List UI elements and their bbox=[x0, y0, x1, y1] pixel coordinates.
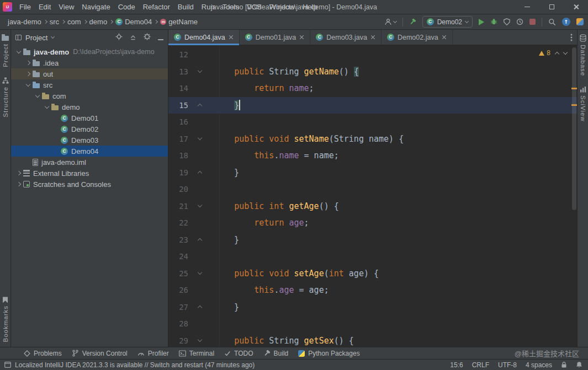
tree-item-scratches-and-consoles[interactable]: Scratches and Consoles bbox=[11, 179, 168, 190]
tree-item-com[interactable]: com bbox=[11, 90, 168, 101]
minimize-button[interactable] bbox=[515, 0, 539, 14]
code-line-29[interactable]: 29 public String getSex() { bbox=[168, 333, 577, 347]
tool-window-button-project[interactable]: Project bbox=[2, 34, 9, 67]
tool-window-button-bookmarks[interactable]: Bookmarks bbox=[2, 297, 9, 342]
breadcrumb-item-getname[interactable]: mgetName bbox=[159, 18, 199, 26]
fold-region-icon[interactable] bbox=[198, 270, 202, 275]
tree-item-java-demo[interactable]: java-demoD:\IdeaProjects\java-demo bbox=[11, 46, 168, 57]
encoding-widget[interactable]: UTF-8 bbox=[498, 361, 517, 369]
code-line-17[interactable]: 17 public void setName(String name) { bbox=[168, 131, 577, 148]
fold-region-icon[interactable] bbox=[198, 136, 202, 140]
line-number[interactable]: 18 bbox=[168, 151, 190, 160]
code-line-13[interactable]: 13 public String getName() { bbox=[168, 63, 577, 81]
collapse-all-button[interactable] bbox=[130, 34, 136, 42]
editor[interactable]: 1213 public String getName() {14 return … bbox=[168, 45, 577, 347]
tool-window-button-structure[interactable]: Structure bbox=[2, 77, 9, 117]
search-everywhere-button[interactable] bbox=[548, 18, 556, 26]
line-number[interactable]: 22 bbox=[168, 218, 190, 227]
tab-demo02-java[interactable]: CDemo02.java bbox=[382, 30, 453, 45]
menu-refactor[interactable]: Refactor bbox=[139, 0, 174, 14]
fold-region-icon[interactable] bbox=[198, 337, 202, 342]
breadcrumb-item-com[interactable]: com bbox=[66, 18, 82, 26]
editor-scrollbar[interactable] bbox=[572, 47, 576, 210]
line-number[interactable]: 13 bbox=[168, 67, 190, 76]
maximize-button[interactable] bbox=[539, 0, 564, 14]
line-number[interactable]: 15 bbox=[168, 101, 190, 110]
update-available-button[interactable]: ↑ bbox=[562, 18, 570, 26]
warning-count[interactable]: 8 bbox=[547, 49, 550, 57]
line-number[interactable]: 12 bbox=[168, 50, 190, 59]
tab-close-icon[interactable] bbox=[442, 35, 447, 40]
chevron-down-icon[interactable] bbox=[35, 93, 40, 97]
run-with-coverage-button[interactable] bbox=[504, 18, 510, 25]
notifications-icon[interactable] bbox=[576, 361, 582, 368]
tool-window-button-build[interactable]: Build bbox=[258, 347, 294, 359]
code-line-28[interactable]: 28 bbox=[168, 315, 577, 333]
tree-item-external-libraries[interactable]: External Libraries bbox=[11, 168, 168, 179]
select-opened-file-button[interactable] bbox=[115, 33, 123, 42]
chevron-down-icon[interactable] bbox=[26, 82, 30, 86]
project-panel-title[interactable]: Project bbox=[25, 34, 47, 42]
fold-region-icon[interactable] bbox=[198, 203, 202, 207]
code-line-15[interactable]: 15 } bbox=[168, 97, 577, 114]
code-line-23[interactable]: 23 } bbox=[168, 232, 577, 249]
code-line-19[interactable]: 19 } bbox=[168, 164, 577, 181]
breadcrumb-item-demo[interactable]: demo bbox=[88, 18, 109, 26]
tab-demo01-java[interactable]: CDemo01.java bbox=[240, 30, 311, 45]
line-number[interactable]: 17 bbox=[168, 135, 190, 143]
tool-window-button-database[interactable]: Database bbox=[580, 34, 586, 76]
profile-button[interactable] bbox=[516, 18, 523, 25]
chevron-right-icon[interactable] bbox=[17, 171, 21, 175]
build-project-button[interactable] bbox=[409, 18, 416, 25]
tool-window-button-python-packages[interactable]: Python Packages bbox=[293, 347, 364, 359]
next-problem-button[interactable] bbox=[563, 50, 568, 54]
run-configuration-select[interactable]: CDemo02 bbox=[422, 16, 473, 28]
tab-close-icon[interactable] bbox=[229, 35, 234, 40]
line-number[interactable]: 29 bbox=[168, 336, 190, 345]
code-line-20[interactable]: 20 bbox=[168, 181, 577, 198]
indent-widget[interactable]: 4 spaces bbox=[526, 361, 552, 369]
line-separator-widget[interactable]: CRLF bbox=[472, 361, 489, 369]
prev-problem-button[interactable] bbox=[555, 51, 559, 56]
line-number[interactable]: 27 bbox=[168, 303, 190, 312]
tree-item-out[interactable]: out bbox=[11, 68, 168, 79]
chevron-right-icon[interactable] bbox=[26, 61, 30, 65]
menu-file[interactable]: File bbox=[15, 0, 35, 14]
code-line-25[interactable]: 25 public void setAge(int age) { bbox=[168, 265, 577, 282]
tree-item-demo01[interactable]: CDemo01 bbox=[11, 112, 168, 124]
code-line-21[interactable]: 21 public int getAge() { bbox=[168, 198, 577, 215]
code-line-14[interactable]: 14 return name; bbox=[168, 80, 577, 97]
code-line-24[interactable]: 24 bbox=[168, 248, 577, 265]
close-button[interactable] bbox=[564, 0, 588, 14]
menu-view[interactable]: View bbox=[55, 0, 78, 14]
tree-item-idea[interactable]: .idea bbox=[11, 57, 168, 68]
chevron-down-icon[interactable] bbox=[17, 49, 21, 53]
status-message[interactable]: Localized IntelliJ IDEA 2021.3.3 is avai… bbox=[15, 361, 255, 369]
code-line-22[interactable]: 22 return age; bbox=[168, 215, 577, 232]
panel-settings-button[interactable] bbox=[144, 33, 151, 42]
line-number[interactable]: 21 bbox=[168, 202, 190, 211]
code-line-27[interactable]: 27 } bbox=[168, 299, 577, 316]
settings-sync-button[interactable] bbox=[576, 18, 584, 25]
breadcrumb-item-java-demo[interactable]: java-demo bbox=[7, 18, 43, 26]
tab-close-icon[interactable] bbox=[299, 35, 304, 40]
run-button[interactable] bbox=[479, 19, 484, 25]
tool-window-button-version-control[interactable]: Version Control bbox=[67, 347, 133, 359]
line-number[interactable]: 26 bbox=[168, 286, 190, 294]
line-number[interactable]: 14 bbox=[168, 84, 190, 93]
hide-panel-button[interactable] bbox=[158, 34, 163, 42]
line-number[interactable]: 20 bbox=[168, 185, 190, 194]
tool-window-button-profiler[interactable]: Profiler bbox=[133, 347, 174, 359]
code-line-18[interactable]: 18 this.name = name; bbox=[168, 147, 577, 164]
tab-demo03-java[interactable]: CDemo03.java bbox=[310, 30, 382, 45]
line-number[interactable]: 28 bbox=[168, 319, 190, 328]
tool-window-button-sciview[interactable]: SciView bbox=[580, 86, 586, 122]
chevron-right-icon[interactable] bbox=[26, 72, 30, 76]
caret-position-widget[interactable]: 15:6 bbox=[450, 361, 463, 369]
tree-item-src[interactable]: src bbox=[11, 79, 168, 90]
tree-item-demo[interactable]: demo bbox=[11, 101, 168, 112]
code-line-16[interactable]: 16 bbox=[168, 114, 577, 131]
lock-icon[interactable] bbox=[561, 361, 567, 368]
code-with-me-button[interactable] bbox=[384, 18, 396, 25]
tab-demo04-java[interactable]: CDemo04.java bbox=[168, 30, 240, 45]
